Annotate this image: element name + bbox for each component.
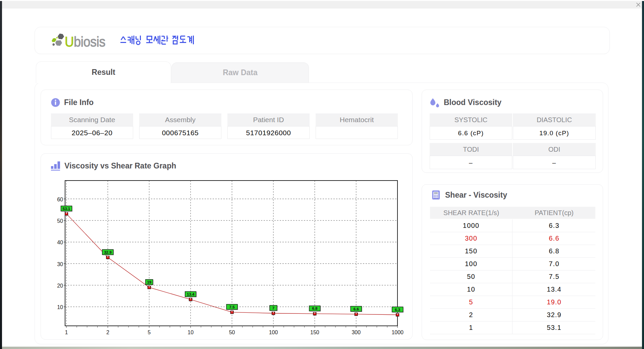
svg-text:300: 300: [352, 330, 361, 335]
svg-text:53.1: 53.1: [63, 207, 70, 211]
svg-text:2: 2: [106, 330, 109, 335]
svg-text:40: 40: [57, 240, 63, 245]
svg-text:50: 50: [57, 218, 63, 224]
svg-text:13.4: 13.4: [187, 292, 195, 296]
svg-text:1: 1: [65, 330, 68, 335]
svg-text:7.5: 7.5: [229, 305, 235, 309]
svg-text:19: 19: [147, 280, 151, 284]
svg-text:20: 20: [57, 283, 63, 289]
svg-text:6.8: 6.8: [312, 306, 318, 310]
svg-text:10: 10: [57, 304, 63, 310]
svg-text:7: 7: [272, 306, 274, 310]
svg-text:30: 30: [57, 261, 63, 267]
svg-text:60: 60: [57, 197, 63, 202]
svg-text:10: 10: [187, 330, 194, 335]
svg-text:6.3: 6.3: [395, 308, 400, 312]
svg-text:6.6: 6.6: [354, 307, 359, 311]
svg-text:1000: 1000: [391, 330, 404, 335]
svg-text:150: 150: [310, 330, 319, 335]
svg-text:32.9: 32.9: [104, 250, 111, 254]
svg-text:5: 5: [148, 330, 151, 335]
svg-text:100: 100: [269, 330, 278, 335]
svg-text:50: 50: [229, 330, 235, 335]
